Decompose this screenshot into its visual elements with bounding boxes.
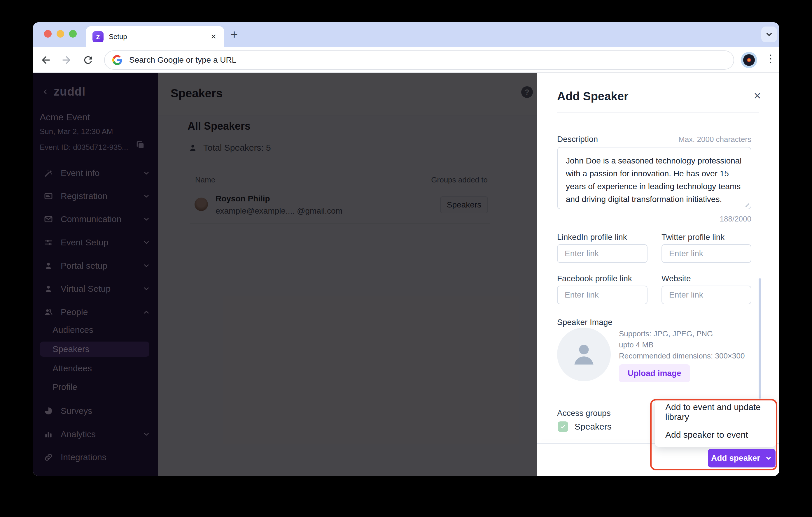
panel-divider [557, 113, 759, 113]
sidebar-item-people[interactable]: People [33, 304, 158, 320]
mail-icon [44, 214, 53, 224]
facebook-label: Facebook profile link [557, 274, 632, 283]
facebook-input[interactable] [557, 285, 647, 304]
bar-chart-icon [44, 430, 53, 439]
sidebar-item-event-info[interactable]: Event info [33, 165, 158, 181]
sidebar-item-analytics[interactable]: Analytics [33, 426, 158, 443]
forward-icon[interactable] [61, 54, 72, 66]
user-icon [44, 261, 53, 270]
speakers-page: Speakers ? All Speakers Total Speakers: … [158, 73, 536, 476]
chevron-down-icon [143, 215, 150, 223]
menu-item-add-to-event[interactable]: Add speaker to event [655, 424, 776, 446]
sidebar-item-label: Portal setup [61, 261, 143, 271]
chevron-down-icon [143, 239, 150, 246]
website-label: Website [662, 274, 691, 283]
sidebar-item-label: Integrations [61, 452, 158, 462]
event-datetime: Sun, Mar 2, 12:30 AM [40, 127, 113, 136]
website-input[interactable] [662, 285, 751, 304]
chevron-left-icon [41, 88, 49, 96]
window-zoom-button[interactable] [69, 30, 77, 38]
pie-chart-icon [44, 406, 53, 416]
sidebar-item-label: Registration [61, 191, 143, 201]
access-group-option: Speakers [558, 421, 612, 432]
sidebar-item-label: Event Setup [61, 238, 143, 247]
sidebar-item-communication[interactable]: Communication [33, 211, 158, 227]
sidebar-subitem-speakers[interactable]: Speakers [40, 341, 149, 357]
window-close-button[interactable] [44, 30, 52, 38]
access-group-option-label: Speakers [575, 422, 612, 432]
upload-image-button[interactable]: Upload image [619, 364, 690, 383]
browser-profile-avatar[interactable] [741, 52, 757, 68]
people-icon [44, 307, 53, 317]
sliders-icon [44, 238, 53, 247]
event-name: Acme Event [40, 112, 90, 123]
person-silhouette-icon [569, 339, 599, 369]
menu-item-add-update-library[interactable]: Add to event and update library [655, 401, 776, 423]
image-requirements: Supports: JPG, JPEG, PNG upto 4 MB Recom… [619, 328, 745, 361]
panel-scrollbar[interactable] [759, 278, 761, 399]
description-label: Description [557, 134, 598, 144]
sidebar-item-virtual-setup[interactable]: Virtual Setup [33, 281, 158, 297]
linkedin-input[interactable] [557, 244, 647, 263]
link-icon [44, 453, 53, 462]
twitter-input[interactable] [662, 244, 751, 263]
new-tab-button[interactable]: + [226, 27, 242, 42]
tab-close-icon[interactable]: ✕ [210, 33, 216, 41]
sidebar-item-event-setup[interactable]: Event Setup [33, 234, 158, 251]
speaker-image-label: Speaker Image [557, 318, 612, 327]
zuddl-wordmark: zuddl [54, 85, 85, 98]
browser-tab-setup[interactable]: z Setup ✕ [86, 26, 224, 47]
image-support-line: Recommended dimensions: 300×300 [619, 350, 745, 361]
add-speaker-dropdown-menu: Add to event and update library Add spea… [655, 400, 776, 447]
url-text: Search Google or type a URL [129, 55, 236, 65]
chevron-down-icon [143, 430, 150, 438]
sidebar-item-label: Virtual Setup [61, 284, 143, 294]
browser-window: z Setup ✕ + Search Google or type a URL [33, 22, 779, 476]
chevron-down-icon [143, 262, 150, 270]
google-icon [112, 55, 122, 65]
window-minimize-button[interactable] [57, 30, 64, 38]
wand-icon [44, 169, 53, 178]
sidebar-subitem-attendees[interactable]: Attendees [53, 361, 92, 376]
chevron-down-icon [765, 30, 774, 39]
sidebar-subitem-profile[interactable]: Profile [53, 379, 77, 395]
tab-strip: z Setup ✕ + [33, 22, 779, 47]
browser-menu-icon[interactable]: ⋮ [765, 53, 776, 65]
sidebar-item-label: People [61, 307, 143, 317]
sidebar-subitem-audiences[interactable]: Audiences [53, 322, 93, 337]
access-groups-label: Access groups [557, 408, 611, 418]
close-icon[interactable]: ✕ [753, 90, 761, 101]
image-support-line: upto 4 MB [619, 339, 745, 350]
chevron-down-icon [143, 285, 150, 293]
sidebar-item-portal-setup[interactable]: Portal setup [33, 257, 158, 274]
app-area: zuddl Acme Event Sun, Mar 2, 12:30 AM Ev… [33, 73, 779, 476]
speaker-image-placeholder [557, 328, 611, 381]
sidebar-item-integrations[interactable]: Integrations [33, 449, 158, 465]
check-icon [560, 423, 566, 430]
description-label-row: Description Max. 2000 characters [557, 134, 751, 144]
add-speaker-button[interactable]: Add speaker [708, 449, 776, 467]
back-icon[interactable] [40, 54, 52, 66]
twitter-label: Twitter profile link [662, 233, 725, 242]
sidebar-item-label: Communication [61, 214, 143, 224]
url-bar[interactable]: Search Google or type a URL [104, 51, 734, 70]
chevron-up-icon [143, 308, 150, 316]
sidebar-logo[interactable]: zuddl [41, 85, 85, 98]
chevron-down-icon [143, 192, 150, 200]
speakers-checkbox[interactable] [558, 421, 568, 432]
sidebar-item-surveys[interactable]: Surveys [33, 403, 158, 419]
registration-icon [44, 191, 53, 201]
panel-title: Add Speaker [557, 90, 629, 103]
reload-icon[interactable] [82, 54, 94, 66]
sidebar-subitem-label: Audiences [53, 325, 93, 335]
description-hint: Max. 2000 characters [678, 135, 751, 144]
tab-search-chevron-button[interactable] [761, 27, 777, 42]
copy-icon[interactable] [135, 140, 145, 150]
tab-title: Setup [109, 33, 210, 41]
description-textarea[interactable]: John Doe is a seasoned technology profes… [557, 147, 751, 209]
sidebar-item-registration[interactable]: Registration [33, 188, 158, 204]
sidebar-item-label: Surveys [61, 406, 158, 416]
sidebar-subitem-label: Speakers [53, 344, 90, 354]
sidebar-subitem-label: Attendees [53, 363, 92, 373]
sidebar: zuddl Acme Event Sun, Mar 2, 12:30 AM Ev… [33, 73, 158, 476]
